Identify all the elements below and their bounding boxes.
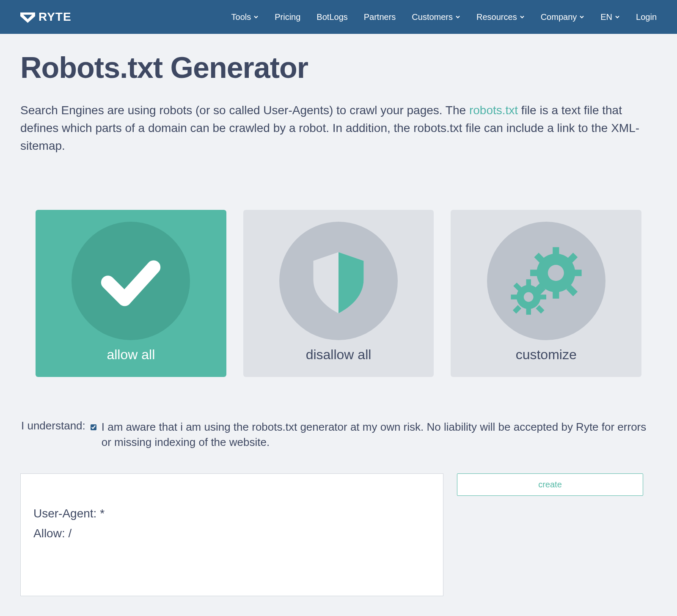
svg-rect-4 [530, 270, 540, 276]
brand-logo[interactable]: RYTE [20, 10, 72, 24]
card-label: allow all [107, 347, 155, 363]
consent-row: I understand: I am aware that i am using… [20, 419, 657, 450]
nav-customers[interactable]: Customers [412, 12, 460, 22]
nav-partners[interactable]: Partners [364, 12, 396, 22]
header: RYTE Tools Pricing BotLogs Partners Cust… [0, 0, 677, 34]
card-label: customize [516, 347, 577, 363]
chevron-down-icon [579, 14, 584, 19]
brand-name: RYTE [39, 10, 72, 24]
nav-language[interactable]: EN [600, 12, 620, 22]
chevron-down-icon [455, 14, 460, 19]
nav-company[interactable]: Company [541, 12, 585, 22]
nav-login[interactable]: Login [636, 12, 657, 22]
create-button[interactable]: create [457, 473, 643, 496]
check-icon [72, 222, 190, 340]
nav-pricing[interactable]: Pricing [275, 12, 300, 22]
card-disallow-all[interactable]: disallow all [243, 210, 434, 377]
ryte-logo-icon [20, 11, 35, 23]
shield-icon [279, 222, 398, 340]
nav-botlogs[interactable]: BotLogs [316, 12, 347, 22]
nav-resources[interactable]: Resources [476, 12, 525, 22]
consent-checkbox[interactable] [91, 424, 96, 431]
gears-icon [487, 222, 605, 340]
main-nav: Tools Pricing BotLogs Partners Customers… [231, 12, 657, 22]
svg-rect-13 [526, 308, 531, 315]
svg-point-1 [548, 265, 564, 281]
svg-rect-12 [526, 279, 531, 286]
consent-label: I understand: [21, 419, 85, 432]
card-allow-all[interactable]: allow all [36, 210, 226, 377]
svg-rect-3 [553, 289, 559, 299]
chevron-down-icon [615, 14, 620, 19]
svg-rect-2 [553, 247, 559, 257]
robots-txt-link[interactable]: robots.txt [469, 104, 518, 117]
svg-rect-5 [572, 270, 581, 276]
option-cards: allow all disallow all [20, 210, 657, 377]
chevron-down-icon [253, 14, 259, 19]
svg-rect-14 [511, 294, 518, 299]
bottom-row: User-Agent: * Allow: / create [20, 473, 657, 596]
card-customize[interactable]: customize [451, 210, 641, 377]
chevron-down-icon [520, 14, 525, 19]
consent-text: I am aware that i am using the robots.tx… [102, 419, 656, 450]
card-label: disallow all [306, 347, 372, 363]
svg-rect-15 [539, 294, 546, 299]
page-title: Robots.txt Generator [20, 51, 657, 85]
nav-tools[interactable]: Tools [231, 12, 259, 22]
svg-rect-19 [513, 305, 521, 314]
main-content: Robots.txt Generator Search Engines are … [0, 34, 677, 613]
svg-point-11 [523, 292, 533, 302]
intro-text: Search Engines are using robots (or so c… [20, 102, 657, 155]
output-textarea[interactable]: User-Agent: * Allow: / [20, 473, 443, 596]
svg-rect-17 [536, 305, 544, 314]
